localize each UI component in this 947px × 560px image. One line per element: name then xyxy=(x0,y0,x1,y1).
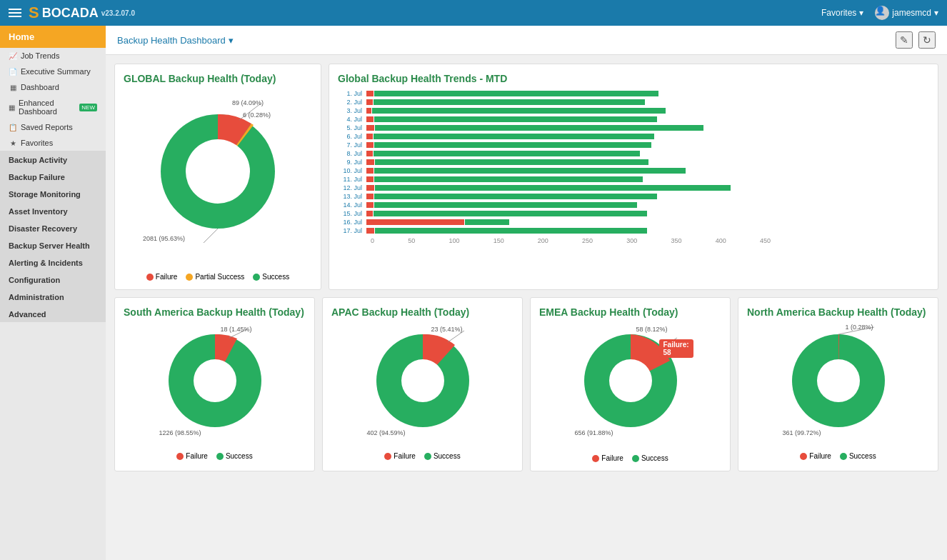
sidebar-item-executive-summary[interactable]: 📄 Executive Summary xyxy=(0,64,106,79)
bar-success xyxy=(375,185,731,191)
axis-tick: 300 xyxy=(626,237,637,244)
axis-tick: 400 xyxy=(716,237,726,244)
sidebar-item-job-trends[interactable]: 📈 Job Trends xyxy=(0,48,106,64)
bar-label: 6. Jul xyxy=(338,133,366,140)
emea-legend-success: Success xyxy=(632,454,668,462)
bar-row: 4. Jul xyxy=(338,116,929,123)
axis-tick: 200 xyxy=(538,237,548,244)
legend-success-label: Success xyxy=(262,273,289,281)
axis-tick: 50 xyxy=(408,237,415,244)
bar-label: 15. Jul xyxy=(338,210,366,217)
user-menu[interactable]: 👤 jamesmcd ▾ xyxy=(875,6,938,20)
sa-failure-label: Failure xyxy=(186,452,208,460)
breadcrumb[interactable]: Backup Health Dashboard ▾ xyxy=(117,35,234,46)
sidebar-section-disaster-recovery[interactable]: Disaster Recovery xyxy=(0,219,106,236)
sidebar-label-executive-summary: Executive Summary xyxy=(21,67,91,76)
bar-failure xyxy=(366,91,374,96)
apac-legend-success: Success xyxy=(424,452,461,460)
sidebar-section-advanced[interactable]: Advanced xyxy=(0,305,106,322)
bar-label: 10. Jul xyxy=(338,167,366,174)
emea-legend: Failure Success xyxy=(592,454,668,462)
bar-failure xyxy=(366,151,373,156)
logo: S BOCADA v23.2.07.0 xyxy=(29,4,135,22)
sidebar-section-backup-activity[interactable]: Backup Activity xyxy=(0,151,106,168)
bar-group xyxy=(366,116,657,122)
bar-failure xyxy=(366,99,373,105)
bar-label: 17. Jul xyxy=(338,227,366,234)
legend-failure: Failure xyxy=(146,273,178,281)
apac-success-dot xyxy=(424,453,431,460)
bar-row: 10. Jul xyxy=(338,167,929,174)
emea-title: EMEA Backup Health (Today) xyxy=(539,306,721,318)
sidebar-item-favorites[interactable]: ★ Favorites xyxy=(0,135,106,151)
emea-annotations: 58 (8.12%) 656 (91.88%) xyxy=(573,324,688,438)
bar-group xyxy=(366,168,686,174)
sidebar-section-administration[interactable]: Administration xyxy=(0,288,106,305)
bar-label: 13. Jul xyxy=(338,193,366,200)
topbar: S BOCADA v23.2.07.0 Favorites ▾ 👤 jamesm… xyxy=(0,0,947,26)
sidebar-item-saved-reports[interactable]: 📋 Saved Reports xyxy=(0,119,106,135)
apac-success-label: Success xyxy=(434,452,461,460)
na-legend-failure: Failure xyxy=(800,452,831,460)
mtd-bar-chart: 1. Jul2. Jul3. Jul4. Jul5. Jul6. Jul7. J… xyxy=(338,90,929,244)
bar-row: 2. Jul xyxy=(338,99,929,106)
sidebar-home[interactable]: Home xyxy=(0,26,106,48)
apac-failure-label: Failure xyxy=(394,452,416,460)
bar-group xyxy=(366,194,657,199)
sidebar-section-storage-monitoring[interactable]: Storage Monitoring xyxy=(0,185,106,202)
axis-tick: 450 xyxy=(760,237,771,244)
bar-group xyxy=(366,142,651,148)
bar-row: 12. Jul xyxy=(338,184,929,191)
sidebar-section-configuration[interactable]: Configuration xyxy=(0,271,106,288)
bar-failure xyxy=(366,211,373,216)
bar-failure xyxy=(366,142,374,148)
bar-success xyxy=(374,168,686,174)
sidebar-label-job-trends: Job Trends xyxy=(21,51,59,60)
emea-failure-annotation: 58 (8.12%) xyxy=(636,326,668,333)
content-area: Backup Health Dashboard ▾ ✎ ↻ GLOBAL Bac… xyxy=(106,26,947,560)
emea-legend-failure: Failure xyxy=(592,454,623,462)
sidebar-item-enhanced-dashboard[interactable]: ▦ Enhanced Dashboard NEW xyxy=(0,95,106,119)
na-legend: Failure Success xyxy=(800,452,876,460)
bar-failure xyxy=(366,219,464,225)
global-chart-title: GLOBAL Backup Health (Today) xyxy=(124,73,312,84)
bar-failure xyxy=(366,125,374,131)
saved-doc-icon: 📋 xyxy=(9,123,17,131)
failure-dot xyxy=(146,274,154,281)
bar-group xyxy=(366,159,648,165)
sidebar-section-asset-inventory[interactable]: Asset Inventory xyxy=(0,202,106,219)
favorites-button[interactable]: Favorites ▾ xyxy=(821,8,863,18)
bar-label: 8. Jul xyxy=(338,150,366,157)
na-failure-annotation: 1 (0.28%) xyxy=(846,324,873,331)
sa-annotations: 18 (1.45%) 1226 (98.55%) xyxy=(158,324,272,438)
global-backup-health-card: GLOBAL Backup Health (Today) xyxy=(114,64,321,290)
bar-failure xyxy=(366,202,374,208)
refresh-button[interactable]: ↻ xyxy=(918,31,936,49)
favorites-label: Favorites xyxy=(821,8,856,18)
bar-label: 7. Jul xyxy=(338,141,366,149)
axis-tick: 250 xyxy=(582,237,593,244)
emea-pie-container: Failure: 58 58 (8.12%) 656 (91.88%) xyxy=(539,324,721,462)
breadcrumb-actions: ✎ ↻ xyxy=(896,31,936,49)
bar-label: 2. Jul xyxy=(338,99,366,106)
sidebar-item-dashboard[interactable]: ▦ Dashboard xyxy=(0,79,106,95)
bar-group xyxy=(366,219,509,225)
bar-failure xyxy=(366,116,374,122)
hamburger-menu[interactable] xyxy=(9,9,21,17)
edit-button[interactable]: ✎ xyxy=(896,31,913,49)
dashboard: GLOBAL Backup Health (Today) xyxy=(106,55,947,560)
bar-group xyxy=(366,151,640,156)
topbar-right: Favorites ▾ 👤 jamesmcd ▾ xyxy=(821,6,938,20)
bar-success xyxy=(374,99,645,105)
bar-success xyxy=(372,108,666,114)
legend-partial-label: Partial Success xyxy=(195,273,244,281)
logo-s-icon: S xyxy=(29,4,39,22)
bar-failure xyxy=(366,108,371,114)
breadcrumb-title: Backup Health Dashboard xyxy=(117,35,226,46)
global-pie-legend: Failure Partial Success Success xyxy=(146,273,289,281)
sidebar-section-backup-server-health[interactable]: Backup Server Health xyxy=(0,236,106,254)
bar-row: 8. Jul xyxy=(338,150,929,157)
bar-success xyxy=(374,202,637,208)
sidebar-section-backup-failure[interactable]: Backup Failure xyxy=(0,168,106,185)
sidebar-section-alerting-incidents[interactable]: Alerting & Incidents xyxy=(0,254,106,271)
